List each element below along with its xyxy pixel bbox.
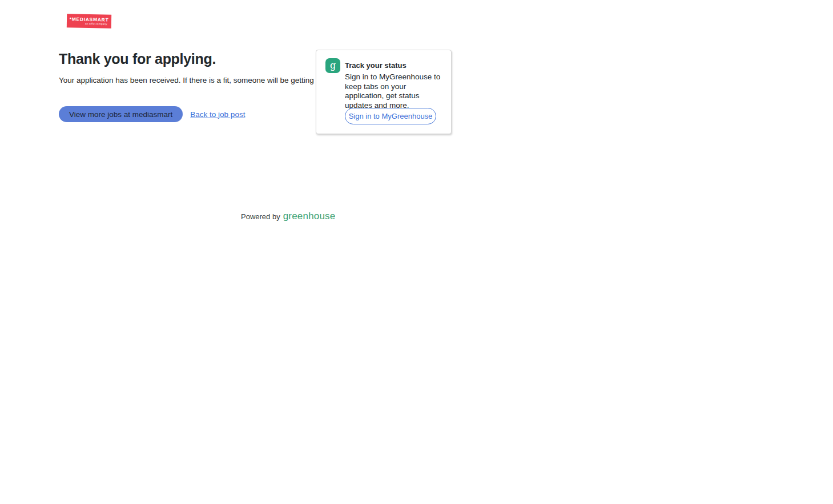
powered-by-label: Powered by <box>241 212 280 221</box>
greenhouse-g-icon: g <box>325 58 340 73</box>
mediasmart-logo[interactable]: *MEDIASMART an affle company <box>67 14 111 28</box>
view-more-jobs-button[interactable]: View more jobs at mediasmart <box>59 106 183 122</box>
back-to-job-post-link[interactable]: Back to job post <box>190 110 245 119</box>
confirmation-message: Your application has been received. If t… <box>59 76 357 84</box>
page-title: Thank you for applying. <box>59 51 216 67</box>
signin-mygreenhouse-button[interactable]: Sign in to MyGreenhouse <box>345 108 436 124</box>
track-status-body: Sign in to MyGreenhouse to keep tabs on … <box>345 72 443 110</box>
greenhouse-wordmark[interactable]: greenhouse <box>283 211 336 222</box>
mediasmart-logo-tagline: an affle company <box>85 23 107 26</box>
mediasmart-logo-text: *MEDIASMART <box>70 17 109 22</box>
track-status-title: Track your status <box>345 61 407 70</box>
action-row: View more jobs at mediasmart Back to job… <box>59 106 245 122</box>
powered-by-footer: Powered by greenhouse <box>241 211 335 222</box>
track-status-card: g Track your status Sign in to MyGreenho… <box>316 50 452 134</box>
page: *MEDIASMART an affle company Thank you f… <box>0 0 833 504</box>
